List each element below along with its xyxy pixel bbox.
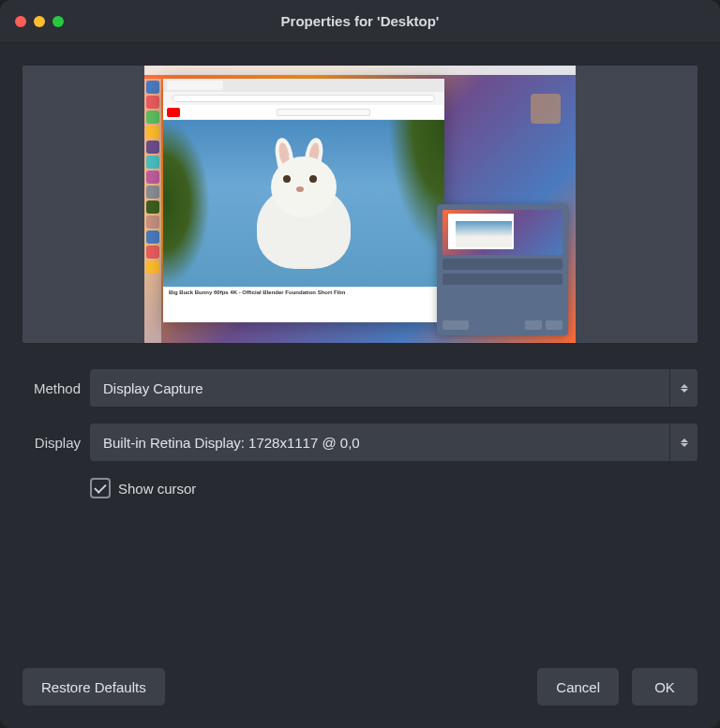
browser-chrome xyxy=(163,79,444,105)
method-select-value[interactable]: Display Capture xyxy=(90,369,669,407)
dock-icon xyxy=(146,111,159,124)
youtube-search xyxy=(277,109,370,116)
titlebar: Properties for 'Desktop' xyxy=(0,0,720,43)
nested-properties-preview xyxy=(437,204,568,335)
desktop-preview: Big Buck Bunny 60fps 4K - Official Blend… xyxy=(144,66,576,343)
video-info: Big Buck Bunny 60fps 4K - Official Blend… xyxy=(163,287,444,322)
traffic-lights xyxy=(15,16,64,27)
checkmark-icon xyxy=(94,481,106,493)
dock-icon xyxy=(146,81,159,94)
desktop-folder-icon xyxy=(531,94,561,124)
macos-menubar xyxy=(144,66,576,75)
updown-chevron-icon xyxy=(681,384,688,393)
nested-mini-browser xyxy=(448,214,514,249)
display-select-value[interactable]: Built-in Retina Display: 1728x1117 @ 0,0 xyxy=(90,423,669,461)
dock-icon xyxy=(146,245,159,259)
nested-buttons xyxy=(525,320,562,330)
display-select[interactable]: Built-in Retina Display: 1728x1117 @ 0,0 xyxy=(90,423,698,461)
content-area: Big Buck Bunny 60fps 4K - Official Blend… xyxy=(0,43,720,668)
dock-icon xyxy=(146,230,159,244)
zoom-button[interactable] xyxy=(52,16,64,27)
show-cursor-checkbox[interactable] xyxy=(90,478,111,498)
nested-form-row xyxy=(442,259,562,270)
nested-form-row xyxy=(442,274,562,285)
dock-icon xyxy=(146,156,159,169)
dock-icon xyxy=(146,201,159,214)
dock-icon xyxy=(146,215,159,229)
dock-icon xyxy=(146,171,159,184)
nested-button xyxy=(525,320,542,330)
browser-tabs xyxy=(163,79,444,92)
youtube-header xyxy=(163,105,444,120)
tree-decoration xyxy=(163,120,210,287)
tree-decoration xyxy=(388,120,444,253)
window-title: Properties for 'Desktop' xyxy=(281,13,440,29)
dock-icon xyxy=(146,126,159,139)
display-label: Display xyxy=(22,435,81,451)
browser-urlbar xyxy=(163,92,444,105)
macos-dock xyxy=(144,79,161,343)
nested-preview-image xyxy=(442,210,562,255)
video-title: Big Buck Bunny 60fps 4K - Official Blend… xyxy=(169,290,439,295)
form-area: Method Display Capture Display Built-in … xyxy=(22,369,698,498)
urlbar-input xyxy=(172,95,435,102)
dock-icon xyxy=(146,260,159,274)
footer: Restore Defaults Cancel OK xyxy=(0,668,720,728)
youtube-logo xyxy=(167,108,201,117)
updown-chevron-icon xyxy=(681,438,688,447)
method-label: Method xyxy=(22,380,81,396)
dock-icon xyxy=(146,96,159,109)
properties-window: Properties for 'Desktop' xyxy=(0,0,720,728)
cancel-button[interactable]: Cancel xyxy=(537,668,619,706)
method-select[interactable]: Display Capture xyxy=(90,369,698,407)
show-cursor-label[interactable]: Show cursor xyxy=(118,481,196,497)
minimize-button[interactable] xyxy=(34,16,45,27)
restore-defaults-button[interactable]: Restore Defaults xyxy=(22,668,165,706)
browser-tab xyxy=(167,81,223,90)
method-select-stepper[interactable] xyxy=(669,369,698,407)
ok-button[interactable]: OK xyxy=(632,668,698,706)
dock-icon xyxy=(146,186,159,199)
nested-button xyxy=(442,320,469,330)
nested-button xyxy=(546,320,562,330)
preview-browser-window: Big Buck Bunny 60fps 4K - Official Blend… xyxy=(163,79,444,322)
method-row: Method Display Capture xyxy=(22,369,698,407)
show-cursor-row: Show cursor xyxy=(90,478,698,498)
dock-icon xyxy=(146,141,159,154)
display-select-stepper[interactable] xyxy=(669,423,698,461)
bunny-character xyxy=(248,138,360,269)
video-player xyxy=(163,120,444,287)
display-row: Display Built-in Retina Display: 1728x11… xyxy=(22,423,698,461)
close-button[interactable] xyxy=(15,16,26,27)
preview-area: Big Buck Bunny 60fps 4K - Official Blend… xyxy=(22,66,698,343)
